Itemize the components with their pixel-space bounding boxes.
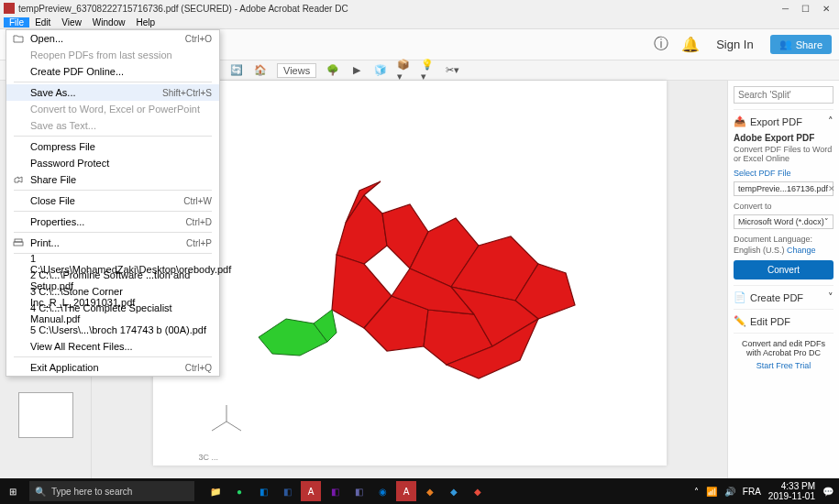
- taskbar-search[interactable]: 🔍 Type here to search: [29, 481, 194, 501]
- clock-date: 2019-11-01: [768, 491, 815, 501]
- onenote-icon[interactable]: ◧: [325, 481, 345, 501]
- export-subtext: Convert PDF Files to Word or Excel Onlin…: [734, 145, 833, 163]
- file-explorer-icon[interactable]: 📁: [205, 481, 226, 501]
- clock-time[interactable]: 4:33 PM: [768, 481, 815, 491]
- clear-file-icon[interactable]: ✕: [828, 184, 835, 193]
- menu-reopen: Reopen PDFs from last session: [6, 47, 219, 63]
- select-pdf-link[interactable]: Select PDF File: [734, 169, 833, 178]
- convert-to-label: Convert to: [734, 202, 833, 211]
- create-pdf-section[interactable]: 📄 Create PDF ˅: [734, 291, 833, 303]
- misc-app3-icon[interactable]: ◆: [468, 481, 488, 501]
- export-pdf-section[interactable]: 📤 Export PDF ˄: [734, 115, 833, 127]
- tray-language[interactable]: FRA: [743, 487, 761, 497]
- file-menu-dropdown: Open...Ctrl+O Reopen PDFs from last sess…: [6, 29, 220, 377]
- menu-edit[interactable]: Edit: [29, 17, 56, 27]
- edit-pdf-icon: ✏️: [734, 315, 746, 327]
- svg-line-17: [212, 422, 226, 431]
- tray-chevron-icon[interactable]: ˄: [694, 487, 699, 497]
- menu-exit[interactable]: Exit ApplicationCtrl+Q: [6, 359, 219, 376]
- minimize-button[interactable]: ─: [782, 4, 789, 14]
- edit-pdf-section[interactable]: ✏️ Edit PDF: [734, 315, 833, 327]
- tools-search-input[interactable]: [734, 86, 833, 104]
- windows-taskbar: ⊞ 🔍 Type here to search 📁 ● ◧ ◧ A ◧ ◧ ◉ …: [0, 478, 839, 504]
- chevron-down-icon: ˅: [824, 217, 829, 226]
- box-options-icon[interactable]: 📦▾: [397, 63, 412, 78]
- convert-button[interactable]: Convert: [734, 260, 833, 279]
- export-pdf-icon: 📤: [734, 115, 746, 127]
- selected-file-box: tempPrevie...167136.pdf ✕: [734, 181, 833, 196]
- menubar: File Edit View Window Help: [0, 16, 839, 29]
- cube-icon[interactable]: 🧊: [373, 63, 388, 78]
- menu-print[interactable]: Print...Ctrl+P: [6, 235, 219, 251]
- notification-icon[interactable]: 🔔: [681, 36, 700, 54]
- crosssection-icon[interactable]: ✂▾: [445, 63, 459, 78]
- folder-open-icon: [12, 32, 25, 45]
- menu-save-as[interactable]: Save As...Shift+Ctrl+S: [6, 84, 219, 101]
- menu-close-file[interactable]: Close FileCtrl+W: [6, 192, 219, 209]
- axis-gizmo-icon: [208, 403, 245, 440]
- create-pdf-icon: 📄: [734, 291, 746, 303]
- misc-app2-icon[interactable]: ◆: [444, 481, 464, 501]
- menu-view[interactable]: View: [56, 17, 87, 27]
- page-thumbnail[interactable]: [18, 392, 73, 438]
- start-trial-link[interactable]: Start Free Trial: [734, 361, 833, 370]
- whatsapp-icon[interactable]: ●: [229, 481, 249, 501]
- menu-share-file[interactable]: Share File: [6, 171, 219, 188]
- menu-password[interactable]: Password Protect: [6, 155, 219, 171]
- menu-compress[interactable]: Compress File: [6, 138, 219, 155]
- svg-marker-2: [337, 195, 387, 264]
- misc-app-icon[interactable]: ◆: [420, 481, 440, 501]
- share-button[interactable]: 👥 Share: [770, 35, 832, 54]
- doc-lang-label: Document Language:: [734, 235, 833, 244]
- menu-convert-office: Convert to Word, Excel or PowerPoint: [6, 101, 219, 117]
- window-titlebar: tempPreview_63708222715716736.pdf (SECUR…: [0, 0, 839, 16]
- tray-volume-icon[interactable]: 🔊: [724, 487, 735, 497]
- menu-save-text: Save as Text...: [6, 117, 219, 134]
- print-icon: [12, 236, 25, 249]
- outlook-icon[interactable]: ◧: [253, 481, 273, 501]
- autocad-icon[interactable]: A: [301, 481, 321, 501]
- sign-in-link[interactable]: Sign In: [711, 38, 758, 51]
- play-icon[interactable]: ▶: [349, 63, 364, 78]
- menu-open[interactable]: Open...Ctrl+O: [6, 30, 219, 47]
- teams-icon[interactable]: ◧: [348, 481, 369, 501]
- maximize-button[interactable]: ☐: [801, 4, 810, 14]
- edge-icon[interactable]: ◉: [372, 481, 392, 501]
- chevron-down-icon: ˅: [828, 291, 833, 303]
- svg-rect-1: [14, 242, 23, 246]
- word-icon[interactable]: ◧: [277, 481, 297, 501]
- menu-window[interactable]: Window: [87, 17, 131, 27]
- doc-footer-text: 3C ...: [199, 453, 657, 462]
- svg-rect-0: [15, 239, 22, 242]
- menu-view-all-recent[interactable]: View All Recent Files...: [6, 338, 219, 355]
- chevron-up-icon: ˄: [828, 115, 833, 127]
- menu-recent-5[interactable]: 5 C:\Users\...\broch 174743 b (00A).pdf: [6, 322, 219, 338]
- acrobat-icon[interactable]: A: [396, 481, 416, 501]
- format-select[interactable]: Microsoft Word (*.docx)˅: [734, 214, 833, 229]
- lighting-icon[interactable]: 💡▾: [421, 63, 436, 78]
- change-lang-link[interactable]: Change: [787, 246, 816, 255]
- app-icon: [4, 3, 15, 14]
- menu-properties[interactable]: Properties...Ctrl+D: [6, 214, 219, 230]
- tray-network-icon[interactable]: 📶: [706, 487, 717, 497]
- adobe-export-heading: Adobe Export PDF: [734, 133, 833, 143]
- promo-text: Convert and edit PDFs with Acrobat Pro D…: [734, 339, 833, 357]
- action-center-icon[interactable]: 💬: [822, 487, 833, 497]
- home-icon[interactable]: 🏠: [253, 63, 268, 78]
- menu-file[interactable]: File: [4, 17, 29, 27]
- svg-line-16: [226, 422, 241, 431]
- views-dropdown[interactable]: Views: [277, 63, 316, 78]
- help-icon[interactable]: ⓘ: [652, 36, 670, 54]
- window-title: tempPreview_63708222715716736.pdf (SECUR…: [18, 4, 782, 14]
- search-icon: 🔍: [35, 487, 46, 497]
- rotate-icon[interactable]: 🔄: [229, 63, 244, 78]
- start-button[interactable]: ⊞: [0, 487, 26, 497]
- tree-icon[interactable]: 🌳: [326, 63, 340, 78]
- close-window-button[interactable]: ✕: [822, 4, 830, 14]
- menu-help[interactable]: Help: [130, 17, 160, 27]
- share-small-icon: [12, 173, 25, 186]
- share-icon: 👥: [779, 38, 792, 50]
- lang-value: English (U.S.): [734, 246, 785, 255]
- menu-recent-4[interactable]: 4 C:\...\The Complete Specialist Manual.…: [6, 305, 219, 322]
- menu-create-online[interactable]: Create PDF Online...: [6, 63, 219, 80]
